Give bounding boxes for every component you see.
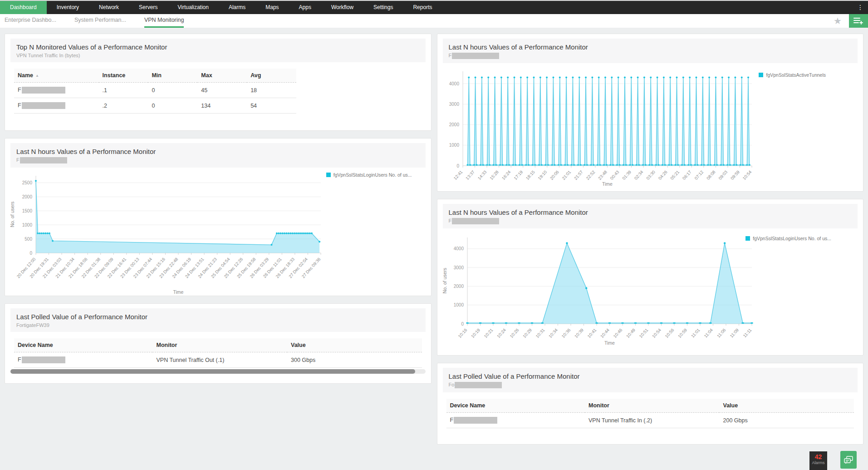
column-instance: Instance bbox=[99, 69, 148, 83]
redacted-name bbox=[22, 356, 65, 363]
svg-text:10:44: 10:44 bbox=[599, 327, 610, 339]
widget-topn: Top N Monitored Values of a Performance … bbox=[5, 34, 432, 131]
svg-text:02:34: 02:34 bbox=[633, 169, 644, 181]
table-row: F VPN Tunnel Traffic In (.2) 200 Gbps bbox=[446, 413, 854, 428]
widget-header: Last N hours Values of a Performance Mon… bbox=[10, 143, 426, 168]
svg-text:00:43: 00:43 bbox=[609, 169, 620, 181]
widget-subtitle: VPN Tunnel Traffic In (bytes) bbox=[16, 53, 420, 58]
widget-title: Last Polled Value of a Performance Monit… bbox=[449, 372, 852, 380]
column-name[interactable]: Name▲ bbox=[14, 69, 99, 83]
widget-subtitle: F bbox=[16, 157, 420, 163]
table-header-row: Device Name Monitor Value bbox=[14, 338, 422, 352]
dashboard-content: Top N Monitored Values of a Performance … bbox=[0, 28, 868, 452]
device-name-cell: F bbox=[14, 352, 152, 368]
svg-text:1000: 1000 bbox=[449, 143, 459, 148]
widget-login-users-week: Last N hours Values of a Performance Mon… bbox=[5, 138, 432, 296]
favorite-star-icon[interactable]: ★ bbox=[834, 15, 842, 26]
legend-label: fgVpnSslStatsLoginUsers No. of us... bbox=[333, 172, 412, 178]
nav-item-apps[interactable]: Apps bbox=[289, 1, 321, 14]
add-widget-button[interactable] bbox=[849, 14, 868, 28]
nav-item-workflow[interactable]: Workflow bbox=[321, 1, 363, 14]
svg-text:10:56: 10:56 bbox=[664, 327, 675, 339]
svg-text:09:59: 09:59 bbox=[729, 169, 740, 181]
legend-swatch bbox=[745, 236, 750, 241]
instance-cell: .2 bbox=[99, 98, 148, 114]
svg-text:10:59: 10:59 bbox=[677, 327, 687, 339]
svg-text:No. of users: No. of users bbox=[442, 268, 447, 294]
nav-item-reports[interactable]: Reports bbox=[403, 1, 442, 14]
svg-text:17:19: 17:19 bbox=[513, 169, 524, 181]
spike-chart: 0100020003000400012:4113:3714:3315:2816:… bbox=[440, 66, 855, 188]
svg-text:11:01: 11:01 bbox=[690, 327, 701, 339]
redacted-device bbox=[452, 53, 499, 59]
widget-header: Last Polled Value of a Performance Monit… bbox=[10, 308, 426, 332]
column-min: Min bbox=[148, 69, 197, 83]
svg-text:18:15: 18:15 bbox=[525, 169, 535, 181]
scrollbar-thumb[interactable] bbox=[10, 369, 415, 374]
screen: Dashboard Inventory Network Servers Virt… bbox=[0, 0, 868, 470]
alarms-badge[interactable]: 42 Alarms bbox=[809, 451, 827, 470]
legend-swatch bbox=[759, 73, 763, 77]
svg-text:07:12: 07:12 bbox=[693, 169, 704, 181]
min-cell: 0 bbox=[148, 98, 197, 114]
line-chart: 0500100015002000250020 Dec 12:0020 Dec 1… bbox=[8, 170, 423, 296]
svg-text:09:03: 09:03 bbox=[717, 169, 728, 181]
svg-text:19:10: 19:10 bbox=[537, 169, 548, 181]
tab-vpn-monitoring[interactable]: VPN Monitoring bbox=[144, 14, 184, 28]
svg-text:1500: 1500 bbox=[22, 208, 33, 213]
svg-text:11:11: 11:11 bbox=[742, 327, 752, 338]
svg-text:4000: 4000 bbox=[453, 246, 464, 251]
svg-text:12:41: 12:41 bbox=[452, 169, 463, 181]
svg-text:10:46: 10:46 bbox=[612, 327, 623, 339]
chart-legend: fgVpnSslStatsLoginUsers No. of us... bbox=[745, 236, 831, 241]
svg-text:08:08: 08:08 bbox=[705, 169, 716, 181]
svg-text:11:06: 11:06 bbox=[716, 327, 726, 339]
svg-text:11:09: 11:09 bbox=[729, 327, 740, 339]
table-header-row: Device Name Monitor Value bbox=[446, 399, 854, 413]
sort-asc-icon: ▲ bbox=[35, 74, 39, 78]
svg-text:2000: 2000 bbox=[449, 122, 459, 127]
svg-text:14:33: 14:33 bbox=[476, 169, 487, 181]
chat-button[interactable] bbox=[840, 451, 857, 469]
redacted-name bbox=[22, 87, 65, 94]
right-column: Last N hours Values of a Performance Mon… bbox=[437, 34, 864, 452]
nav-item-inventory[interactable]: Inventory bbox=[47, 1, 89, 14]
table-row: F .1 0 45 18 bbox=[14, 83, 296, 98]
nav-item-maps[interactable]: Maps bbox=[255, 1, 289, 14]
tab-system-performance[interactable]: System Performan... bbox=[74, 14, 126, 28]
nav-item-network[interactable]: Network bbox=[89, 1, 129, 14]
avg-cell: 18 bbox=[247, 83, 296, 98]
widget-header: Last N hours Values of a Performance Mon… bbox=[443, 39, 858, 63]
max-cell: 134 bbox=[197, 98, 247, 114]
tab-enterprise-dashboard[interactable]: Enterprise Dashbo... bbox=[5, 14, 56, 28]
nav-item-settings[interactable]: Settings bbox=[363, 1, 403, 14]
column-device-name: Device Name bbox=[14, 338, 152, 352]
widget-subtitle: F bbox=[449, 53, 852, 59]
svg-text:21:01: 21:01 bbox=[561, 169, 572, 181]
value-cell: 300 Gbps bbox=[287, 352, 422, 368]
widget-title: Top N Monitored Values of a Performance … bbox=[16, 43, 420, 51]
nav-item-servers[interactable]: Servers bbox=[129, 1, 167, 14]
nav-item-alarms[interactable]: Alarms bbox=[219, 1, 255, 14]
nav-item-virtualization[interactable]: Virtualization bbox=[167, 1, 218, 14]
svg-text:2000: 2000 bbox=[453, 284, 464, 289]
svg-text:23:48: 23:48 bbox=[597, 169, 608, 181]
column-device-name: Device Name bbox=[446, 399, 585, 413]
svg-text:20:06: 20:06 bbox=[549, 169, 559, 181]
dashboard-tabbar: Enterprise Dashbo... System Performan...… bbox=[0, 14, 868, 28]
chart-legend: fgVpnSslStatsLoginUsers No. of us... bbox=[326, 172, 412, 178]
nav-item-dashboard[interactable]: Dashboard bbox=[0, 1, 47, 14]
polled-table: Device Name Monitor Value F VPN Tunnel T… bbox=[446, 399, 854, 428]
svg-text:16:24: 16:24 bbox=[500, 169, 511, 181]
value-cell: 200 Gbps bbox=[719, 413, 854, 428]
svg-text:10:16: 10:16 bbox=[457, 327, 468, 339]
svg-text:22:52: 22:52 bbox=[585, 169, 596, 181]
svg-text:10:54: 10:54 bbox=[741, 169, 752, 181]
svg-text:3000: 3000 bbox=[449, 102, 459, 107]
widget-header: Last N hours Values of a Performance Mon… bbox=[443, 204, 858, 228]
svg-text:04:26: 04:26 bbox=[657, 169, 668, 181]
widget-title: Last N hours Values of a Performance Mon… bbox=[449, 208, 852, 216]
kebab-menu-icon[interactable]: ⋮ bbox=[853, 1, 868, 14]
widget-title: Last Polled Value of a Performance Monit… bbox=[16, 313, 420, 321]
svg-text:Time: Time bbox=[604, 340, 615, 346]
